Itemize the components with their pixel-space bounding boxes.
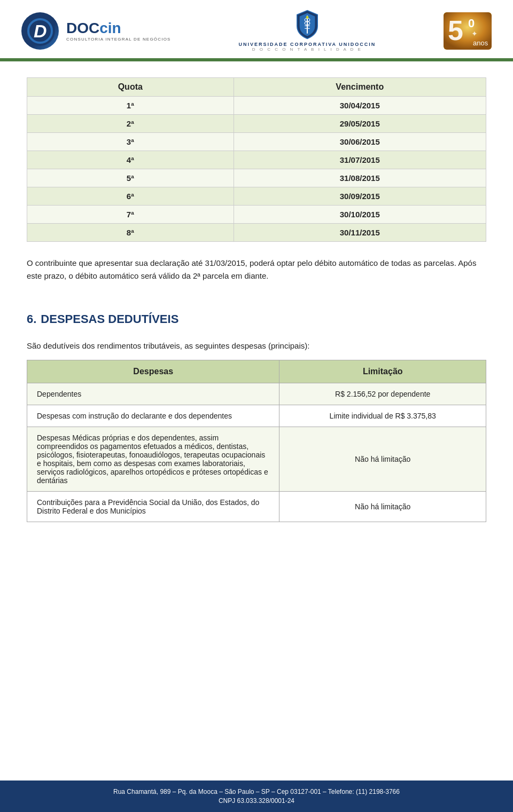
svg-text:D: D <box>34 21 47 41</box>
quota-table-row: 2ª29/05/2015 <box>27 115 486 133</box>
logo-circle: D <box>21 12 59 50</box>
quota-cell: 1ª <box>27 97 234 115</box>
quota-table: Quota Vencimento 1ª30/04/20152ª29/05/201… <box>27 77 486 242</box>
limitacao-cell: Não há limitação <box>279 492 486 522</box>
logo-cin: cin <box>99 20 121 37</box>
quota-col-header: Quota <box>27 78 234 97</box>
limitacao-cell: Não há limitação <box>279 427 486 492</box>
main-content: Quota Vencimento 1ª30/04/20152ª29/05/201… <box>0 61 513 565</box>
venc-cell: 29/05/2015 <box>234 115 486 133</box>
logo-text: DOC cin CONSULTORIA INTEGRAL DE NEGÓCIOS <box>66 20 171 42</box>
venc-cell: 30/10/2015 <box>234 206 486 224</box>
quota-table-row: 5ª31/08/2015 <box>27 169 486 187</box>
quota-table-row: 3ª30/06/2015 <box>27 133 486 151</box>
footer-address: Rua Chamantá, 989 – Pq. da Mooca – São P… <box>11 788 502 795</box>
quota-cell: 4ª <box>27 151 234 169</box>
quota-cell: 8ª <box>27 224 234 242</box>
venc-cell: 31/08/2015 <box>234 169 486 187</box>
venc-cell: 30/11/2015 <box>234 224 486 242</box>
svg-text:✦: ✦ <box>471 29 478 38</box>
svg-text:0: 0 <box>468 17 475 30</box>
quota-cell: 2ª <box>27 115 234 133</box>
footer-cnpj: CNPJ 63.033.328/0001-24 <box>11 797 502 805</box>
page-footer: Rua Chamantá, 989 – Pq. da Mooca – São P… <box>0 781 513 812</box>
quota-cell: 3ª <box>27 133 234 151</box>
quota-cell: 7ª <box>27 206 234 224</box>
university-name: Universidade Corporativa UniDocCin <box>238 42 376 47</box>
despesa-cell: Dependentes <box>27 383 279 405</box>
shield-icon <box>292 10 322 40</box>
section-number: 6. <box>27 312 36 326</box>
paragraph-debito: O contribuinte que apresentar sua declar… <box>27 257 486 282</box>
page-header: D DOC cin CONSULTORIA INTEGRAL DE NEGÓCI… <box>0 0 513 60</box>
venc-cell: 30/04/2015 <box>234 97 486 115</box>
quota-cell: 6ª <box>27 187 234 206</box>
venc-cell: 30/09/2015 <box>234 187 486 206</box>
limitacao-cell: Limite individual de R$ 3.375,83 <box>279 405 486 427</box>
lim-col-header: Limitação <box>279 360 486 383</box>
quota-table-row: 8ª30/11/2015 <box>27 224 486 242</box>
despesas-table-row: Despesas Médicas próprias e dos dependen… <box>27 427 486 492</box>
venc-col-header: Vencimento <box>234 78 486 97</box>
quota-table-row: 7ª30/10/2015 <box>27 206 486 224</box>
svg-text:5: 5 <box>448 15 463 46</box>
despesas-table-header: Despesas Limitação <box>27 360 486 383</box>
university-sub: D O C C O N T A B I L I D A D E <box>252 47 362 52</box>
anniversary-badge: 5 0 anos ✦ <box>444 12 492 50</box>
quota-table-row: 4ª31/07/2015 <box>27 151 486 169</box>
despesa-cell: Contribuições para a Previdência Social … <box>27 492 279 522</box>
logo-tagline: CONSULTORIA INTEGRAL DE NEGÓCIOS <box>66 37 171 42</box>
despesas-table-row: DependentesR$ 2.156,52 por dependente <box>27 383 486 405</box>
desp-col-header: Despesas <box>27 360 279 383</box>
quota-cell: 5ª <box>27 169 234 187</box>
section-title: DESPESAS DEDUTÍVEIS <box>41 312 178 326</box>
university-logo: Universidade Corporativa UniDocCin D O C… <box>238 10 376 52</box>
logo-left: D DOC cin CONSULTORIA INTEGRAL DE NEGÓCI… <box>21 12 171 50</box>
svg-text:anos: anos <box>473 39 488 47</box>
despesa-cell: Despesas Médicas próprias e dos dependen… <box>27 427 279 492</box>
section-intro: São dedutíveis dos rendimentos tributáve… <box>27 341 486 350</box>
despesa-cell: Despesas com instrução do declarante e d… <box>27 405 279 427</box>
quota-table-header: Quota Vencimento <box>27 78 486 97</box>
despesas-table-row: Contribuições para a Previdência Social … <box>27 492 486 522</box>
svg-point-6 <box>306 16 308 19</box>
venc-cell: 31/07/2015 <box>234 151 486 169</box>
venc-cell: 30/06/2015 <box>234 133 486 151</box>
despesas-table-row: Despesas com instrução do declarante e d… <box>27 405 486 427</box>
logo-doc: DOC <box>66 20 99 37</box>
quota-table-row: 1ª30/04/2015 <box>27 97 486 115</box>
quota-table-row: 6ª30/09/2015 <box>27 187 486 206</box>
limitacao-cell: R$ 2.156,52 por dependente <box>279 383 486 405</box>
despesas-table: Despesas Limitação DependentesR$ 2.156,5… <box>27 360 486 522</box>
